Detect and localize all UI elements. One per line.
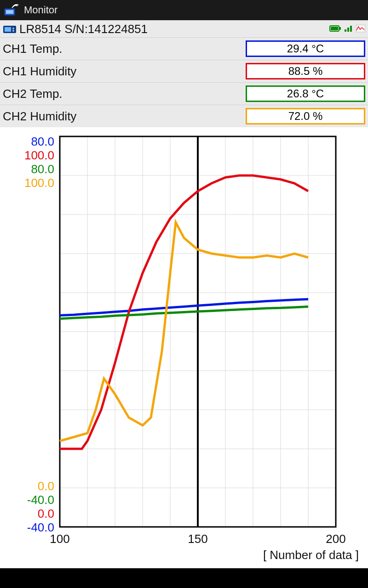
- svg-rect-3: [5, 27, 11, 32]
- y-bot-orange: 0.0: [38, 479, 54, 493]
- channel-value-ch2-humidity: 72.0 %: [246, 108, 365, 124]
- y-top-green: 80.0: [31, 162, 54, 176]
- channel-label: CH2 Temp.: [3, 87, 246, 101]
- channel-value-ch2-temp: 26.8 °C: [246, 85, 365, 102]
- device-label: LR8514 S/N:141224851: [19, 22, 329, 36]
- x-tick-100: 100: [50, 532, 69, 546]
- svg-rect-8: [339, 27, 341, 30]
- svg-point-4: [12, 28, 14, 29]
- y-top-red: 100.0: [24, 148, 54, 162]
- svg-rect-9: [345, 29, 346, 32]
- y-bot-green: -40.0: [27, 493, 54, 507]
- channel-label: CH1 Temp.: [3, 42, 246, 56]
- svg-rect-1: [6, 10, 13, 14]
- channel-row-ch2-humidity[interactable]: CH2 Humidity 72.0 %: [0, 105, 368, 127]
- signal-icon: [344, 25, 353, 34]
- battery-icon: [329, 25, 341, 34]
- channel-value-ch1-temp: 29.4 °C: [246, 40, 365, 57]
- status-icons: [329, 25, 365, 34]
- y-bot-red: 0.0: [38, 507, 54, 520]
- channel-row-ch1-temp[interactable]: CH1 Temp. 29.4 °C: [0, 38, 368, 60]
- app-title: Monitor: [24, 4, 58, 16]
- y-top-blue: 80.0: [31, 135, 54, 148]
- svg-point-5: [12, 30, 14, 32]
- waveform-icon: [356, 25, 365, 34]
- info-panel: LR8514 S/N:141224851: [0, 20, 368, 127]
- device-row[interactable]: LR8514 S/N:141224851: [0, 20, 368, 38]
- channel-value-ch1-humidity: 88.5 %: [246, 63, 365, 79]
- chart-area[interactable]: 80.0 100.0 80.0 100.0 0.0 -40.0 0.0 -40.…: [0, 127, 368, 568]
- svg-rect-10: [347, 28, 349, 32]
- x-axis-title: [ Number of data ]: [263, 548, 359, 562]
- device-icon: [3, 24, 17, 34]
- x-tick-200: 200: [326, 532, 345, 546]
- x-tick-150: 150: [188, 532, 207, 546]
- channel-row-ch1-humidity[interactable]: CH1 Humidity 88.5 %: [0, 60, 368, 83]
- chart-svg: 80.0 100.0 80.0 100.0 0.0 -40.0 0.0 -40.…: [0, 127, 368, 568]
- channel-row-ch2-temp[interactable]: CH2 Temp. 26.8 °C: [0, 83, 368, 105]
- channel-label: CH1 Humidity: [3, 64, 246, 79]
- svg-rect-11: [350, 26, 352, 32]
- svg-rect-7: [331, 27, 338, 30]
- y-top-orange: 100.0: [24, 176, 54, 190]
- app-titlebar: Monitor: [0, 0, 368, 20]
- app-icon: [4, 2, 19, 18]
- channel-label: CH2 Humidity: [3, 109, 246, 124]
